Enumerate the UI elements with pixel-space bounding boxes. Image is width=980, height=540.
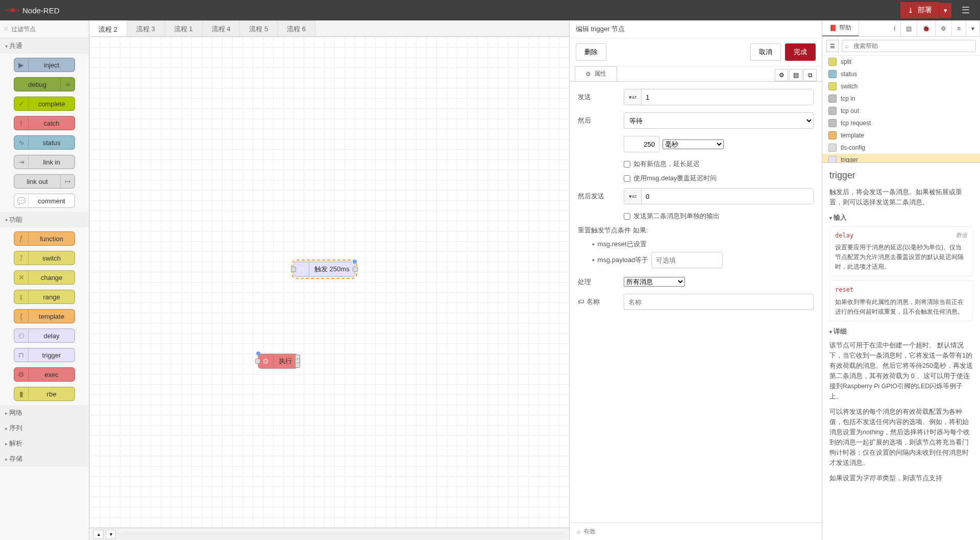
delay-value-input[interactable] xyxy=(624,136,659,152)
name-input[interactable] xyxy=(624,294,814,310)
context-tab[interactable]: ≡ xyxy=(952,20,966,36)
palette-node-switch[interactable]: ⤴switch xyxy=(14,251,75,265)
nav-up-button[interactable]: ▴ xyxy=(93,530,104,539)
node-swatch-icon xyxy=(828,131,837,139)
extend-delay-checkbox[interactable] xyxy=(624,161,630,168)
palette-node-function[interactable]: ƒfunction xyxy=(14,231,75,246)
exec-icon: ⚙ xyxy=(14,368,29,381)
bug-icon: 🐞 xyxy=(922,25,930,32)
help-topic-switch[interactable]: switch xyxy=(822,80,980,92)
help-topic-split[interactable]: split xyxy=(822,56,980,68)
chevron-down-icon: ▾ xyxy=(971,25,974,32)
palette-category-network[interactable]: 网络 xyxy=(0,405,89,420)
then-select[interactable]: 等待 xyxy=(624,112,814,129)
flow-node-exec[interactable]: ⚙执行 xyxy=(258,354,298,369)
cancel-button[interactable]: 取消 xyxy=(750,43,781,61)
handling-select[interactable]: 所有消息 xyxy=(624,277,685,287)
flow-tab[interactable]: 流程 3 xyxy=(127,20,165,36)
help-topic-tcp-in[interactable]: tcp in xyxy=(822,92,980,105)
flow-tab[interactable]: 流程 5 xyxy=(240,20,278,36)
info-icon: i xyxy=(894,25,895,32)
workspace: 流程 2流程 3流程 1流程 4流程 5流程 6 ⊓触发 250ms⚙执行 ▴ … xyxy=(89,20,569,540)
change-icon: ✕ xyxy=(14,271,29,284)
more-tab[interactable]: ▾ xyxy=(966,20,980,36)
palette-search xyxy=(0,20,89,38)
main-menu-button[interactable]: ☰ xyxy=(957,2,975,19)
flow-canvas[interactable]: ⊓触发 250ms⚙执行 xyxy=(89,37,569,528)
config-tab[interactable]: ⚙ xyxy=(936,20,952,36)
palette-filter-input[interactable] xyxy=(3,24,86,35)
tab-settings-icon[interactable]: ⚙ xyxy=(775,69,788,81)
flow-node-trigger[interactable]: ⊓触发 250ms xyxy=(293,262,355,277)
then-send-type-selector[interactable]: ▾ az xyxy=(624,189,642,204)
palette-node-range[interactable]: ⫿range xyxy=(14,290,75,304)
then-send-value-input[interactable] xyxy=(642,189,813,204)
palette-node-trigger[interactable]: ⊓trigger xyxy=(14,348,75,362)
tab-appearance-icon[interactable]: ⧉ xyxy=(803,69,817,81)
palette-node-link-in[interactable]: ⇥link in xyxy=(14,155,75,169)
help-topic-tcp-request[interactable]: tcp request xyxy=(822,117,980,129)
palette-node-inject[interactable]: ▶inject xyxy=(14,58,75,72)
help-intro: 触发后，将会发送一条消息。如果被拓展或重置，则可以选择发送第二条消息。 xyxy=(829,187,973,207)
override-delay-checkbox[interactable] xyxy=(624,175,630,182)
tab-desc-icon[interactable]: ▤ xyxy=(789,69,802,81)
palette-node-rbe[interactable]: ▮rbe xyxy=(14,387,75,401)
then-label: 然后 xyxy=(578,116,619,125)
help-topic-trigger[interactable]: trigger xyxy=(822,154,980,163)
output-port[interactable] xyxy=(295,363,300,368)
help-title: trigger xyxy=(829,168,973,183)
send-typed-input: ▾ az xyxy=(624,89,814,105)
palette-category-storage[interactable]: 存储 xyxy=(0,451,89,466)
properties-tab[interactable]: ⚙ 属性 xyxy=(575,66,617,81)
input-port[interactable] xyxy=(291,267,296,272)
send-type-selector[interactable]: ▾ az xyxy=(624,89,642,105)
debug-tab[interactable]: 🐞 xyxy=(917,20,936,36)
palette-category-parser[interactable]: 解析 xyxy=(0,436,89,451)
nav-down-button[interactable]: ▾ xyxy=(106,530,116,539)
delete-button[interactable]: 删除 xyxy=(576,43,606,61)
palette-node-comment[interactable]: 💬comment xyxy=(14,194,75,208)
help-tab-icon[interactable]: ▤ xyxy=(901,20,917,36)
done-button[interactable]: 完成 xyxy=(785,43,816,61)
reset-payload-input[interactable] xyxy=(651,252,723,268)
palette-node-delay[interactable]: ⏲delay xyxy=(14,328,75,343)
help-details-3: 如果设置为字符串类型，则该节点支持 xyxy=(829,473,973,483)
flow-tab[interactable]: 流程 2 xyxy=(89,20,127,36)
send-value-input[interactable] xyxy=(642,89,813,105)
palette-node-debug[interactable]: ≡debug xyxy=(14,77,75,91)
palette-node-template[interactable]: {template xyxy=(14,309,75,323)
deploy-button[interactable]: ⤓ 部署 xyxy=(900,2,939,18)
status-dot-icon xyxy=(256,351,260,356)
info-tab[interactable]: i xyxy=(889,20,901,36)
flow-tab[interactable]: 流程 4 xyxy=(203,20,240,36)
help-topic-status[interactable]: status xyxy=(822,68,980,80)
override-delay-label: 使用msg.delay覆盖延迟时间 xyxy=(633,174,717,183)
help-details-heading[interactable]: 详细 xyxy=(829,326,973,337)
palette-node-status[interactable]: ∿status xyxy=(14,135,75,150)
palette-node-catch[interactable]: !catch xyxy=(14,116,75,130)
delay-unit-select[interactable]: 毫秒 xyxy=(663,139,724,149)
prop-delay: delay 数值 设置要应用于消息的延迟(以毫秒为单位)。仅当节点配置为允许消息… xyxy=(829,226,973,277)
help-inputs-heading[interactable]: 输入 xyxy=(829,213,973,223)
palette-node-change[interactable]: ✕change xyxy=(14,270,75,285)
book-small-icon: ▤ xyxy=(906,25,912,32)
help-topic-template[interactable]: template xyxy=(822,129,980,142)
help-topic-tls-config[interactable]: tls-config xyxy=(822,142,980,154)
horizontal-scrollbar[interactable] xyxy=(118,532,565,537)
toc-button[interactable]: ☰ xyxy=(826,40,839,52)
palette-node-complete[interactable]: ✓complete xyxy=(14,97,75,111)
help-topic-tcp-out[interactable]: tcp out xyxy=(822,105,980,117)
flow-tab[interactable]: 流程 6 xyxy=(278,20,315,36)
deploy-options-button[interactable]: ▾ xyxy=(939,3,951,18)
palette-category-common[interactable]: 共通 xyxy=(0,38,89,54)
flow-tab[interactable]: 流程 1 xyxy=(165,20,203,36)
palette-category-sequence[interactable]: 序列 xyxy=(0,420,89,436)
second-output-checkbox[interactable] xyxy=(624,213,630,220)
output-port[interactable] xyxy=(353,267,358,272)
palette-node-exec[interactable]: ⚙exec xyxy=(14,367,75,382)
help-tab[interactable]: 📕 帮助 xyxy=(822,20,859,36)
palette-node-link-out[interactable]: ↦link out xyxy=(14,174,75,189)
input-port[interactable] xyxy=(255,359,260,364)
help-search-input[interactable] xyxy=(842,40,976,52)
palette-category-function[interactable]: 功能 xyxy=(0,212,89,227)
